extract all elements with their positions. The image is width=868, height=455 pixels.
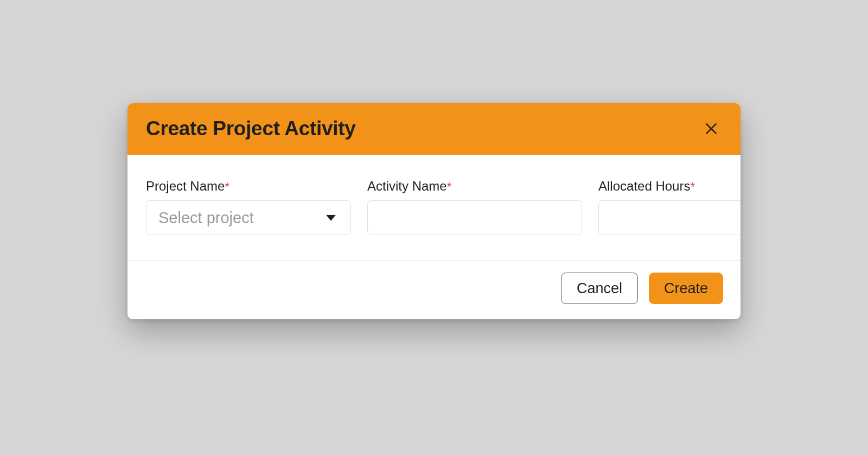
required-marker: * [690, 180, 695, 193]
dialog-header: Create Project Activity [127, 103, 741, 155]
cancel-button[interactable]: Cancel [561, 273, 638, 304]
project-name-select[interactable]: Select project [146, 200, 351, 235]
allocated-hours-label: Allocated Hours* [598, 179, 741, 194]
allocated-hours-field: Allocated Hours* [598, 179, 741, 235]
required-marker: * [447, 180, 452, 193]
dialog-title: Create Project Activity [146, 117, 356, 140]
create-project-activity-dialog: Create Project Activity Project Name* Se… [127, 103, 741, 319]
project-name-label: Project Name* [146, 179, 351, 194]
close-icon [704, 122, 718, 136]
dialog-body: Project Name* Select project Activity Na… [127, 155, 741, 260]
activity-name-label-text: Activity Name [367, 179, 447, 193]
activity-name-input[interactable] [367, 200, 582, 235]
project-name-label-text: Project Name [146, 179, 225, 193]
activity-name-field: Activity Name* [367, 179, 582, 235]
create-button[interactable]: Create [649, 273, 723, 304]
dialog-footer: Cancel Create [127, 260, 741, 319]
allocated-hours-label-text: Allocated Hours [598, 179, 690, 193]
activity-name-label: Activity Name* [367, 179, 582, 194]
close-button[interactable] [700, 118, 722, 140]
required-marker: * [225, 180, 229, 193]
allocated-hours-input[interactable] [598, 200, 741, 235]
svg-marker-2 [326, 215, 336, 221]
caret-down-icon [326, 214, 336, 224]
project-name-select-display[interactable]: Select project [146, 200, 351, 235]
project-name-field: Project Name* Select project [146, 179, 351, 235]
